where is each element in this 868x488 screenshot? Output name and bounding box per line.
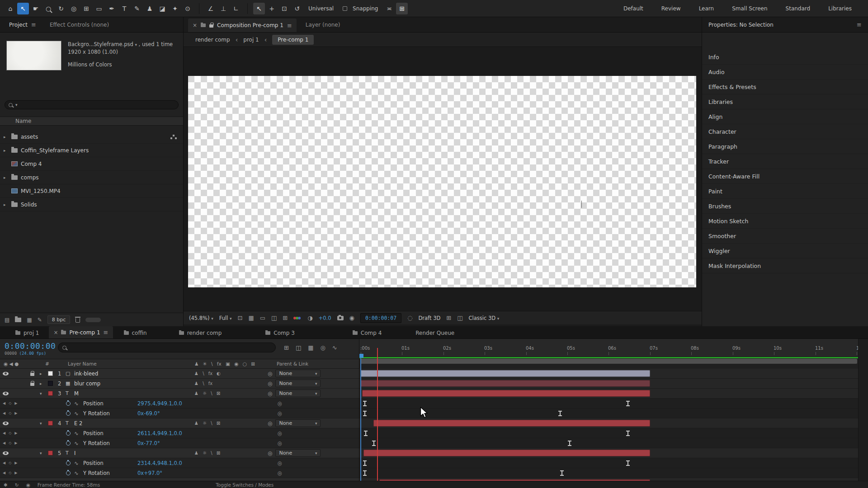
workspace-standard[interactable]: Standard (786, 5, 811, 12)
project-name-column-header[interactable]: Name (0, 117, 183, 126)
tab-composition[interactable]: × Composition Pre-comp 1 ≡ (188, 19, 297, 32)
project-search-input[interactable]: ▾ (5, 100, 179, 109)
layer-switches[interactable]: ♟ ☼ \ ⊠ (194, 391, 220, 396)
workspace-libraries[interactable]: Libraries (828, 5, 852, 12)
tab-coffin[interactable]: coffin (119, 328, 151, 338)
stopwatch-icon[interactable] (66, 441, 71, 446)
brush-tool-icon[interactable]: ✎ (131, 3, 143, 14)
type-tool-icon[interactable]: T (118, 3, 130, 14)
axis-local-icon[interactable]: ∠ (205, 3, 217, 14)
layer-switches[interactable]: ♟ \ fx (194, 381, 212, 386)
new-folder-icon[interactable] (15, 318, 21, 322)
add-vertex-icon[interactable]: + (266, 3, 278, 14)
stopwatch-icon[interactable] (66, 471, 71, 475)
layer-row-m[interactable]: ▾ 3 T M ♟ ☼ \ ⊠ ◎ None▾ (0, 389, 359, 399)
twirl-icon[interactable]: ▾ (40, 421, 44, 426)
label-color-swatch[interactable] (48, 371, 53, 376)
property-row-e2-position[interactable]: ◀◇▶ ∿ Position 2611.4,949.1,0.0 ◎ (0, 428, 359, 438)
property-value[interactable]: 0x-69.0° (137, 410, 160, 417)
bit-depth-button[interactable]: 8 bpc (47, 315, 71, 324)
snapping-label[interactable]: Snapping (353, 5, 378, 12)
tab-layer[interactable]: Layer (none) (301, 19, 345, 31)
project-item-mvi-1250[interactable]: MVI_1250.MP4 (0, 184, 183, 198)
file-name[interactable]: Backgro...Styleframe.psd (68, 41, 133, 47)
panel-item-smoother[interactable]: Smoother (702, 229, 868, 244)
label-color-swatch[interactable] (48, 450, 53, 455)
track-e2[interactable] (359, 418, 858, 428)
pickwhip-icon[interactable]: ◎ (278, 430, 282, 436)
panel-menu-icon[interactable]: ≡ (104, 329, 108, 336)
home-icon[interactable]: ⌂ (5, 3, 16, 14)
snap-along-edges-icon[interactable]: ≍ (383, 3, 395, 14)
project-item-comp-4[interactable]: Comp 4 (0, 157, 183, 171)
renderer-select[interactable]: Classic 3D ▾ (469, 315, 500, 321)
stopwatch-icon[interactable] (66, 411, 71, 416)
timeline-right-scrollbar[interactable] (858, 339, 868, 481)
mask-visibility-icon[interactable]: ▦ (248, 314, 254, 321)
pickwhip-icon[interactable]: ◎ (278, 460, 282, 466)
panel-item-paragraph[interactable]: Paragraph (702, 139, 868, 154)
project-item-solids[interactable]: ▸ Solids (0, 198, 183, 211)
flow-icon[interactable]: ✱ (4, 482, 8, 488)
zoom-tool-icon[interactable]: ○ (42, 3, 54, 14)
parent-dropdown[interactable]: None▾ (275, 389, 321, 397)
property-value[interactable]: 0x+97.0° (137, 470, 162, 476)
track-i-y-rotation[interactable] (359, 468, 858, 478)
property-name[interactable]: Position (83, 400, 104, 407)
keyframe-nav[interactable]: ◀◇▶ (3, 411, 17, 415)
snapshot-icon[interactable] (337, 316, 344, 320)
axis-view-icon[interactable]: ∟ (230, 3, 242, 14)
property-row-m-y-rotation[interactable]: ◀◇▶ ∿ Y Rotation 0x-69.0° ◎ (0, 408, 359, 418)
layer-switches[interactable]: ♟ ☼ \ ⊠ (194, 450, 220, 455)
track-blur-comp[interactable] (359, 379, 858, 389)
tab-pre-comp-1[interactable]: × Pre-comp 1 ≡ (49, 326, 113, 338)
keyframe-nav[interactable]: ◀◇▶ (3, 471, 17, 475)
timeline-track-area[interactable]: :00s 01s 02s 03s 04s 05s 06s 07s 08s 09s… (359, 339, 858, 481)
property-value[interactable]: 2975.4,949.1,0.0 (137, 400, 182, 407)
twirl-icon[interactable]: ▸ (4, 175, 8, 180)
pan-behind-tool-icon[interactable]: ⊞ (80, 3, 92, 14)
graph-editor-icon[interactable]: ∿ (332, 344, 337, 351)
pickwhip-icon[interactable]: ◎ (268, 371, 272, 377)
trash-icon[interactable] (75, 318, 80, 323)
stopwatch-icon[interactable] (66, 401, 71, 406)
pickwhip-icon[interactable]: ◎ (278, 470, 282, 476)
property-row-i-y-rotation[interactable]: ◀◇▶ ∿ Y Rotation 0x+97.0° ◎ (0, 468, 359, 478)
panel-item-tracker[interactable]: Tracker (702, 154, 868, 169)
property-name[interactable]: Y Rotation (83, 410, 110, 417)
camera-tool-icon[interactable]: ◎ (68, 3, 80, 14)
close-tab-icon[interactable]: × (53, 329, 58, 336)
eye-icon[interactable] (3, 451, 9, 455)
reset-exposure-icon[interactable]: ◑ (307, 314, 312, 321)
layer-name[interactable]: blur comp (74, 380, 100, 387)
keyframe-icon[interactable] (363, 401, 367, 406)
twirl-icon[interactable]: ▸ (40, 371, 44, 376)
eye-icon[interactable] (3, 422, 9, 425)
fast-preview-icon[interactable]: ◌ (407, 314, 412, 321)
eraser-tool-icon[interactable]: ◪ (156, 3, 168, 14)
tab-comp-4[interactable]: Comp 4 (348, 328, 386, 338)
transparency-grid-icon[interactable]: ◫ (271, 314, 277, 321)
interpret-footage-icon[interactable]: ▤ (5, 317, 9, 323)
layer-bar[interactable] (373, 420, 650, 427)
universal-label[interactable]: Universal (308, 5, 334, 12)
close-tab-icon[interactable]: × (193, 22, 197, 28)
layer-bar[interactable] (360, 370, 650, 377)
project-item-coffin-styleframe-layers[interactable]: ▸ Coffin_Styleframe Layers (0, 144, 183, 157)
show-snapshot-icon[interactable]: ◉ (349, 314, 354, 321)
hand-tool-icon[interactable]: ☛ (30, 3, 42, 14)
clone-stamp-tool-icon[interactable]: ♟ (144, 3, 156, 14)
breadcrumb-proj-1[interactable]: proj 1 (243, 37, 259, 43)
tab-project[interactable]: Project ≡ (5, 19, 41, 31)
track-i-position[interactable] (359, 458, 858, 468)
keyframe-icon[interactable] (560, 470, 564, 476)
pen-tool-icon[interactable]: ✒ (106, 3, 118, 14)
layer-bar[interactable] (363, 450, 650, 456)
panel-item-content-aware-fill[interactable]: Content-Aware Fill (702, 169, 868, 184)
refresh-icon[interactable]: ↻ (15, 482, 19, 488)
stopwatch-icon[interactable] (66, 461, 71, 465)
keyframe-icon[interactable] (363, 411, 367, 416)
layer-row-i[interactable]: ▾ 5 T I ♟ ☼ \ ⊠ ◎ None▾ (0, 448, 359, 458)
keyframe-icon[interactable] (626, 431, 630, 436)
label-color-swatch[interactable] (48, 381, 53, 386)
